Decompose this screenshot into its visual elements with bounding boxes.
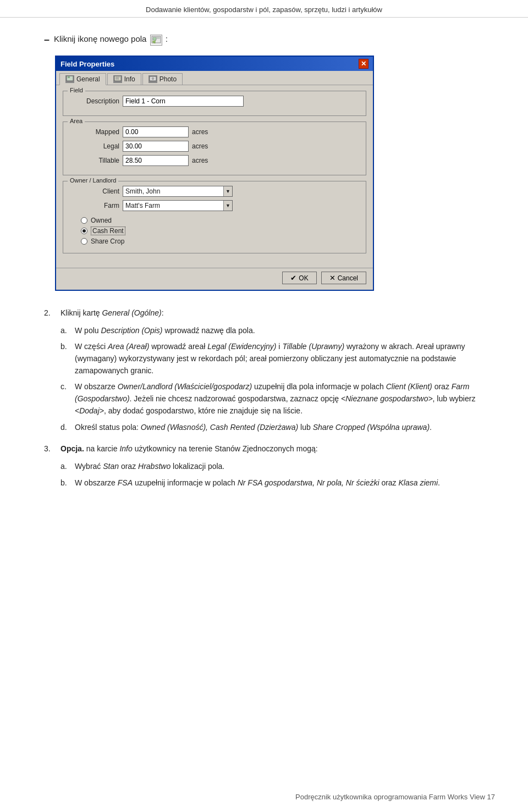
field-group-label: Field — [68, 87, 85, 93]
description-row: Description — [70, 96, 359, 107]
tab-photo-label: Photo — [160, 75, 177, 83]
description-label: Description — [70, 97, 119, 105]
farm-select-value: Matt's Farm — [123, 201, 223, 211]
radio-cash-rent-label: Cash Rent — [91, 227, 125, 235]
client-label: Client — [70, 187, 119, 195]
ok-button[interactable]: ✔ OK — [282, 272, 316, 284]
farm-row: Farm Matt's Farm ▼ — [70, 200, 359, 211]
owner-group: Owner / Landlord Client Smith, John ▼ Fa… — [63, 181, 366, 253]
section-2-text: Kliknij kartę General (Ogólne): — [61, 307, 164, 319]
section-2c-letter: c. — [61, 381, 75, 417]
ok-icon: ✔ — [290, 274, 296, 282]
section-3-subitems: a. Wybrać Stan oraz Hrabstwo lokalizacji… — [61, 461, 495, 489]
legal-row: Legal acres — [70, 141, 359, 152]
tillable-label: Tillable — [70, 157, 119, 164]
section-2b-text: W części Area (Areał) wprowadź areał Leg… — [75, 341, 495, 377]
legal-label: Legal — [70, 142, 119, 150]
legal-input[interactable] — [123, 141, 189, 152]
client-select[interactable]: Smith, John ▼ — [123, 186, 233, 197]
section-2-number: 2. — [44, 307, 61, 319]
section-3a-text: Wybrać Stan oraz Hrabstwo lokalizacji po… — [75, 461, 224, 473]
general-tab-icon — [65, 75, 74, 83]
tab-info[interactable]: Info — [107, 73, 141, 85]
svg-point-11 — [152, 78, 154, 80]
farm-label: Farm — [70, 202, 119, 209]
tillable-input[interactable] — [123, 155, 189, 166]
radio-share-crop-label: Share Crop — [91, 237, 124, 245]
radio-share-crop[interactable]: Share Crop — [81, 237, 359, 245]
dialog-tabs: General Info — [56, 71, 373, 85]
photo-tab-icon — [148, 75, 157, 83]
client-row: Client Smith, John ▼ — [70, 186, 359, 197]
radio-cash-rent[interactable]: Cash Rent — [81, 227, 359, 235]
field-properties-dialog: Field Properties ✕ General — [55, 56, 374, 291]
dialog-titlebar: Field Properties ✕ — [56, 57, 373, 71]
intro-text: Kliknij ikonę nowego pola 🌿 : — [54, 34, 168, 45]
mapped-row: Mapped acres — [70, 126, 359, 137]
section-2: 2. Kliknij kartę General (Ogólne): a. W … — [44, 307, 495, 433]
farm-select[interactable]: Matt's Farm ▼ — [123, 200, 233, 211]
section-3a: a. Wybrać Stan oraz Hrabstwo lokalizacji… — [61, 461, 495, 473]
intro-dash: – — [44, 34, 50, 46]
section-3-text: Opcja. na karcie Info użytkownicy na ter… — [61, 443, 318, 455]
section-2b: b. W części Area (Areał) wprowadź areał … — [61, 341, 495, 377]
section-3-header: 3. Opcja. na karcie Info użytkownicy na … — [44, 443, 495, 455]
radio-share-crop-circle[interactable] — [81, 238, 87, 245]
section-2d: d. Określ status pola: Owned (Własność),… — [61, 422, 495, 434]
intro-line: – Kliknij ikonę nowego pola 🌿 : — [44, 34, 495, 46]
client-select-value: Smith, John — [123, 186, 223, 196]
page-header: Dodawanie klientów, gospodarstw i pól, z… — [0, 0, 528, 18]
info-tab-icon — [113, 75, 122, 83]
radio-owned-circle[interactable] — [81, 217, 87, 224]
mapped-label: Mapped — [70, 128, 119, 136]
page-content: – Kliknij ikonę nowego pola 🌿 : Field Pr… — [0, 18, 528, 532]
dialog-wrapper: Field Properties ✕ General — [55, 56, 374, 291]
tab-general-label: General — [76, 75, 100, 83]
tab-general[interactable]: General — [59, 73, 106, 85]
footer-right: Podręcznik użytkownika oprogramowania Fa… — [295, 793, 495, 801]
radio-owned[interactable]: Owned — [81, 217, 359, 224]
owner-group-label: Owner / Landlord — [68, 177, 118, 184]
section-3a-letter: a. — [61, 461, 75, 473]
area-group: Area Mapped acres Legal acres Tillable — [63, 121, 366, 175]
section-3: 3. Opcja. na karcie Info użytkownicy na … — [44, 443, 495, 489]
section-2d-letter: d. — [61, 422, 75, 434]
ownership-radio-group: Owned Cash Rent Share Crop — [70, 214, 359, 245]
cancel-label: Cancel — [338, 274, 358, 282]
farm-select-arrow[interactable]: ▼ — [223, 201, 232, 211]
svg-text:🌿: 🌿 — [152, 40, 156, 44]
field-group: Field Description — [63, 91, 366, 116]
section-2d-text: Określ status pola: Owned (Własność), Ca… — [75, 422, 432, 434]
section-2a-text: W polu Description (Opis) wprowadź nazwę… — [75, 325, 255, 337]
tillable-row: Tillable acres — [70, 155, 359, 166]
tab-photo[interactable]: Photo — [142, 73, 183, 85]
section-2-subitems: a. W polu Description (Opis) wprowadź na… — [61, 325, 495, 434]
page-footer: Podręcznik użytkownika oprogramowania Fa… — [0, 793, 528, 801]
legal-unit: acres — [192, 142, 208, 150]
section-3b: b. W obszarze FSA uzupełnij informacje w… — [61, 477, 495, 489]
svg-rect-5 — [68, 76, 70, 78]
dialog-footer: ✔ OK ✕ Cancel — [56, 268, 373, 290]
cancel-button[interactable]: ✕ Cancel — [321, 272, 366, 284]
header-title: Dodawanie klientów, gospodarstw i pól, z… — [146, 5, 382, 14]
section-3b-letter: b. — [61, 477, 75, 489]
radio-cash-rent-circle[interactable] — [81, 228, 87, 234]
dialog-body: Field Description Area Mapped acres — [56, 85, 373, 266]
section-2a-letter: a. — [61, 325, 75, 337]
tab-info-label: Info — [124, 75, 135, 83]
section-2c-text: W obszarze Owner/Landlord (Właściciel/go… — [75, 381, 495, 417]
area-group-label: Area — [68, 118, 85, 124]
dialog-close-button[interactable]: ✕ — [359, 59, 369, 69]
ok-label: OK — [299, 274, 308, 282]
radio-owned-label: Owned — [91, 217, 112, 224]
section-2a: a. W polu Description (Opis) wprowadź na… — [61, 325, 495, 337]
mapped-input[interactable] — [123, 126, 189, 137]
section-3-number: 3. — [44, 443, 61, 455]
client-select-arrow[interactable]: ▼ — [223, 186, 232, 196]
new-field-icon: 🌿 — [150, 35, 162, 46]
cancel-icon: ✕ — [329, 274, 336, 282]
svg-rect-2 — [157, 37, 160, 38]
section-2c: c. W obszarze Owner/Landlord (Właściciel… — [61, 381, 495, 417]
section-3b-text: W obszarze FSA uzupełnij informacje w po… — [75, 477, 440, 489]
description-input[interactable] — [123, 96, 244, 107]
